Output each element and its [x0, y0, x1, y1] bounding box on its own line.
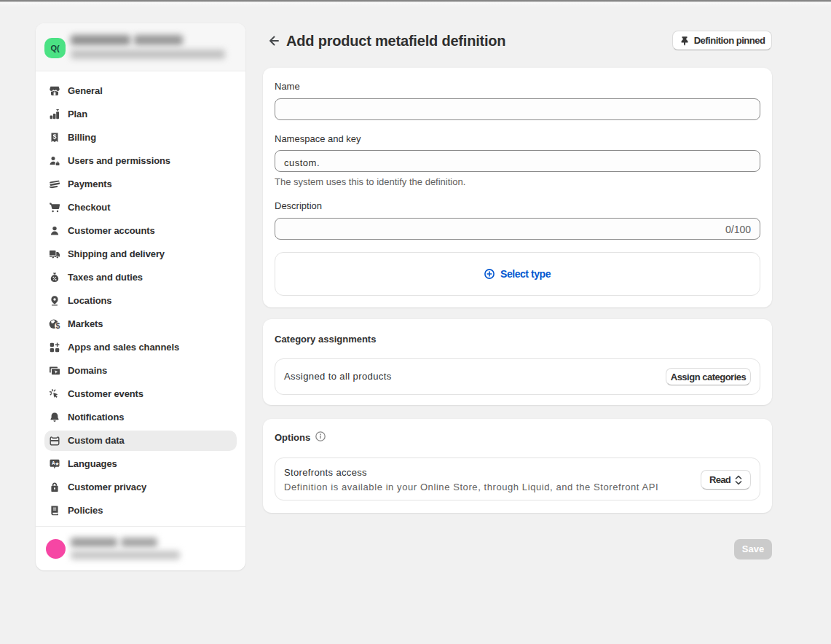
svg-text:★: ★ [55, 461, 59, 466]
svg-text:$: $ [56, 321, 60, 330]
